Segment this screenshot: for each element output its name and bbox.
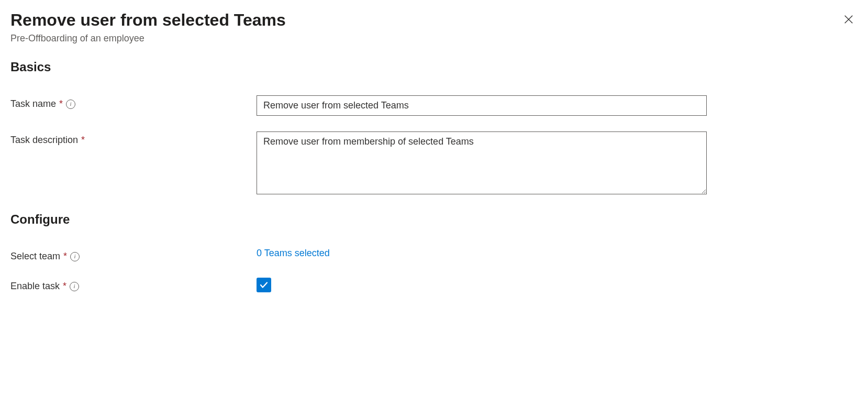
task-description-label: Task description [10,135,78,146]
task-name-input[interactable] [257,95,707,116]
basics-heading: Basics [10,60,858,74]
task-description-row: Task description * [10,131,858,196]
enable-task-row: Enable task * i [10,278,858,292]
task-name-control-cell [257,95,707,116]
select-team-control-cell: 0 Teams selected [257,248,707,259]
task-description-input[interactable] [257,131,707,194]
info-icon[interactable]: i [70,282,79,291]
select-team-label: Select team [10,251,60,262]
close-button[interactable] [840,10,858,28]
checkmark-icon [259,280,269,290]
select-team-label-cell: Select team * i [10,248,257,262]
task-description-control-cell [257,131,707,196]
task-name-label: Task name [10,98,56,109]
close-icon [843,14,854,25]
info-icon[interactable]: i [66,100,75,109]
teams-selected-link[interactable]: 0 Teams selected [257,248,330,258]
required-asterisk: * [63,251,67,262]
header-text-block: Remove user from selected Teams Pre-Offb… [10,10,840,44]
panel-header: Remove user from selected Teams Pre-Offb… [10,10,858,44]
panel-subtitle: Pre-Offboarding of an employee [10,33,840,44]
required-asterisk: * [59,98,63,109]
enable-task-checkbox[interactable] [257,278,271,292]
required-asterisk: * [63,281,66,292]
enable-task-label-cell: Enable task * i [10,278,257,292]
enable-task-label: Enable task [10,281,60,292]
configure-heading: Configure [10,212,858,227]
enable-task-control-cell [257,278,707,292]
task-description-label-cell: Task description * [10,131,257,146]
required-asterisk: * [81,135,85,146]
task-name-row: Task name * i [10,95,858,116]
info-icon[interactable]: i [70,252,80,261]
panel-title: Remove user from selected Teams [10,10,840,30]
select-team-row: Select team * i 0 Teams selected [10,248,858,262]
task-name-label-cell: Task name * i [10,95,257,109]
